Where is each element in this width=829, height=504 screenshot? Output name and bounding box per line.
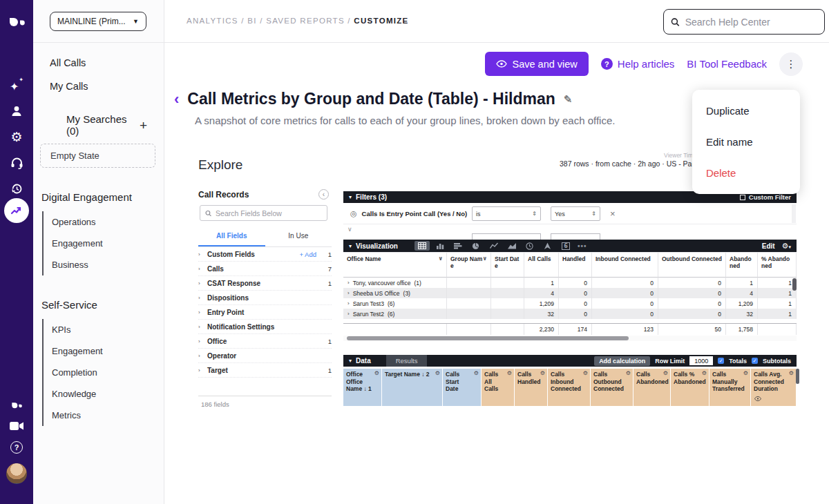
user-avatar[interactable] bbox=[0, 463, 33, 485]
expand-arrow-icon[interactable]: › bbox=[198, 251, 207, 258]
expand-arrow-icon[interactable]: › bbox=[198, 353, 207, 359]
sidebar-item-my-calls[interactable]: My Calls bbox=[50, 75, 164, 98]
results-tab[interactable]: Results bbox=[386, 355, 428, 367]
field-group-row[interactable]: ›Notification Settings bbox=[198, 320, 332, 334]
sidebar-item-engagement[interactable]: Engagement bbox=[52, 340, 164, 362]
field-chip-measure[interactable]: Calls Avg. Connected Duration⚙ bbox=[751, 369, 797, 406]
field-group-row[interactable]: ›Dispositions bbox=[198, 291, 332, 305]
sidebar-item-metrics[interactable]: Metrics bbox=[52, 405, 164, 426]
field-chip-dimension[interactable]: Office Office Name ↓ 1⚙ bbox=[343, 369, 382, 406]
field-group-row[interactable]: ›CSAT Response1 bbox=[198, 276, 332, 291]
sidebar-item-completion[interactable]: Completion bbox=[52, 362, 164, 383]
dialpad-mini-icon[interactable] bbox=[0, 399, 33, 410]
expand-filters-icon[interactable]: ∨ bbox=[347, 226, 352, 233]
breadcrumb-item[interactable]: SAVED REPORTS bbox=[266, 17, 345, 25]
viz-bar-chart-icon[interactable] bbox=[450, 241, 466, 251]
column-header[interactable]: Handled bbox=[559, 253, 592, 278]
tab-in-use[interactable]: In Use bbox=[265, 228, 332, 246]
field-group-row[interactable]: ›Calls7 bbox=[198, 262, 332, 276]
field-chip-measure[interactable]: Calls Manually Transferred⚙ bbox=[709, 369, 751, 406]
bi-tool-feedback-link[interactable]: BI Tool Feedback bbox=[687, 58, 767, 70]
table-row[interactable]: ›Sarun Test2(6)32000321 bbox=[343, 309, 797, 319]
row-limit-input[interactable] bbox=[689, 356, 713, 365]
field-chip-measure[interactable]: Calls All Calls⚙ bbox=[482, 369, 515, 406]
sidebar-item-all-calls[interactable]: All Calls bbox=[50, 51, 164, 75]
field-chip-measure[interactable]: Calls Inbound Connected⚙ bbox=[548, 369, 591, 406]
column-header[interactable]: All Calls bbox=[524, 253, 559, 278]
gear-icon[interactable]: ⚙ bbox=[663, 370, 668, 377]
viz-clock-icon[interactable] bbox=[522, 241, 537, 251]
gear-icon[interactable]: ⚙ bbox=[626, 370, 631, 377]
dialpad-logo-icon[interactable] bbox=[0, 11, 33, 30]
expand-arrow-icon[interactable]: › bbox=[198, 295, 207, 301]
help-search-input[interactable] bbox=[685, 17, 817, 28]
column-header[interactable]: Outbound Connected bbox=[658, 253, 726, 278]
support-headset-icon[interactable] bbox=[0, 155, 33, 171]
sidebar-item-knowledge[interactable]: Knowledge bbox=[52, 383, 164, 405]
field-group-row[interactable]: ›Operator bbox=[198, 349, 332, 363]
table-vertical-scrollbar[interactable] bbox=[792, 278, 797, 291]
expand-row-icon[interactable]: › bbox=[347, 280, 350, 286]
column-header[interactable]: % Abandoned bbox=[758, 253, 797, 278]
sidebar-item-engagement[interactable]: Engagement bbox=[52, 233, 164, 254]
field-chip-measure[interactable]: Calls Outbound Connected⚙ bbox=[591, 369, 633, 406]
expand-arrow-icon[interactable]: › bbox=[198, 266, 207, 272]
add-field-link[interactable]: + Add bbox=[299, 251, 316, 258]
expand-arrow-icon[interactable]: › bbox=[198, 280, 207, 287]
viz-single-value-icon[interactable]: 6 bbox=[558, 241, 573, 251]
tab-all-fields[interactable]: All Fields bbox=[198, 228, 265, 246]
viz-pie-chart-icon[interactable] bbox=[468, 241, 484, 251]
gear-icon[interactable]: ⚙ bbox=[435, 370, 440, 377]
table-row[interactable]: ›Tony, vancouver office(1)100011 bbox=[343, 278, 797, 288]
sidebar-item-business[interactable]: Business bbox=[52, 254, 164, 275]
chips-scrollbar[interactable] bbox=[796, 369, 799, 384]
remove-filter-button[interactable]: × bbox=[610, 209, 616, 219]
expand-row-icon[interactable]: › bbox=[347, 300, 350, 307]
breadcrumb-item[interactable]: BI bbox=[247, 17, 256, 25]
expand-arrow-icon[interactable]: › bbox=[198, 309, 207, 316]
gear-icon[interactable]: ⚙ bbox=[374, 370, 379, 377]
help-articles-link[interactable]: ? Help articles bbox=[601, 58, 675, 70]
gear-icon[interactable]: ⚙ bbox=[583, 370, 588, 377]
edit-title-icon[interactable]: ✎ bbox=[564, 93, 573, 106]
breadcrumb-item[interactable]: CUSTOMIZE bbox=[354, 17, 408, 25]
field-search-input[interactable] bbox=[216, 209, 322, 217]
column-header[interactable]: Abandoned bbox=[726, 253, 758, 278]
history-icon[interactable] bbox=[0, 181, 33, 196]
table-horizontal-scrollbar[interactable] bbox=[343, 336, 797, 341]
gear-icon[interactable]: ⚙ bbox=[789, 370, 794, 377]
expand-arrow-icon[interactable]: › bbox=[198, 367, 207, 374]
gear-icon[interactable]: ⚙ bbox=[474, 370, 479, 377]
gear-icon[interactable]: ⚙ bbox=[507, 370, 512, 377]
menu-item-delete[interactable]: Delete bbox=[692, 157, 800, 188]
field-chip-dimension[interactable]: Target Name ↓ 2⚙ bbox=[382, 369, 443, 406]
workspace-selector[interactable]: MAINLINE (Prim... ▼ bbox=[50, 12, 146, 31]
field-chip-measure[interactable]: Calls % Abandoned⚙ bbox=[671, 369, 709, 406]
save-and-view-button[interactable]: Save and view bbox=[485, 52, 589, 76]
column-header[interactable]: Group Name∨ bbox=[447, 253, 491, 278]
field-group-row[interactable]: ›Target1 bbox=[198, 363, 332, 378]
expand-arrow-icon[interactable]: › bbox=[198, 324, 207, 330]
expand-row-icon[interactable]: › bbox=[347, 311, 350, 317]
more-options-button[interactable]: ⋮ bbox=[779, 52, 803, 76]
field-chip-measure[interactable]: Calls Handled⚙ bbox=[515, 369, 548, 406]
table-row[interactable]: ›Sheeba US Office(3)400041 bbox=[343, 288, 797, 298]
field-group-row[interactable]: ›Office1 bbox=[198, 334, 332, 349]
totals-checkbox[interactable]: ✓ bbox=[718, 358, 724, 364]
analytics-icon[interactable] bbox=[4, 198, 29, 223]
collapse-panel-button[interactable]: ‹ bbox=[318, 189, 329, 200]
table-row[interactable]: ›Sarun Test3(6)1,2090001,2091 bbox=[343, 298, 797, 309]
gear-icon[interactable]: ⚙ bbox=[702, 370, 707, 377]
hidden-field-eye-icon[interactable] bbox=[754, 396, 761, 403]
viz-edit-button[interactable]: Edit bbox=[762, 242, 775, 250]
breadcrumb-item[interactable]: ANALYTICS bbox=[187, 17, 238, 25]
help-icon[interactable]: ? bbox=[0, 440, 33, 454]
visualization-section-bar[interactable]: ▾ Visualization 6 ••• Edit ⚙▾ bbox=[343, 240, 797, 252]
column-caret-icon[interactable]: ∨ bbox=[439, 255, 444, 262]
sidebar-item-operations[interactable]: Operations bbox=[52, 211, 164, 233]
viz-table-icon[interactable] bbox=[414, 241, 430, 251]
menu-item-duplicate[interactable]: Duplicate bbox=[692, 95, 800, 126]
gear-icon[interactable]: ⚙ bbox=[743, 370, 748, 377]
ai-sparkles-icon[interactable]: ✦✦ bbox=[0, 77, 33, 93]
viz-column-chart-icon[interactable] bbox=[432, 241, 448, 251]
